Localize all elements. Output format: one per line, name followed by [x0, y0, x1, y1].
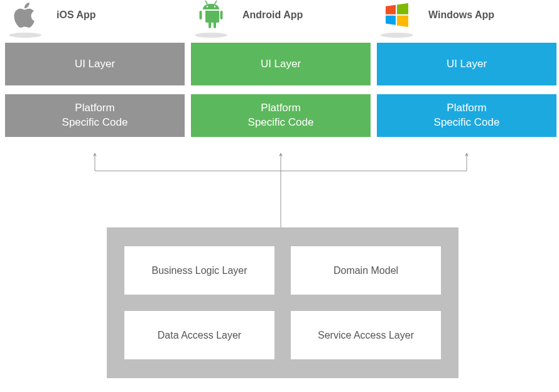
ui-layer-box-ios: UI Layer — [5, 43, 185, 85]
icon-shadow — [9, 33, 41, 38]
android-icon — [196, 0, 226, 30]
platform-column-ios: iOS App UI Layer PlatformSpecific Code — [5, 0, 185, 137]
domain-model-box: Domain Model — [291, 246, 441, 295]
platform-header-windows: Windows App — [377, 0, 556, 30]
platform-column-android: Android App UI Layer PlatformSpecific Co… — [191, 0, 371, 137]
ui-layer-box-android: UI Layer — [191, 43, 371, 85]
ui-layer-box-windows: UI Layer — [377, 43, 556, 85]
platform-label-android: Android App — [242, 9, 303, 21]
platform-header-ios: iOS App — [5, 0, 185, 30]
business-logic-box: Business Logic Layer — [124, 246, 274, 295]
data-access-box: Data Access Layer — [124, 311, 274, 359]
platform-label-windows: Windows App — [428, 9, 494, 21]
platform-label-ios: iOS App — [57, 9, 96, 21]
platform-code-box-android: PlatformSpecific Code — [191, 94, 371, 137]
platform-header-android: Android App — [191, 0, 371, 30]
platform-column-windows: Windows App UI Layer PlatformSpecific Co… — [377, 0, 556, 137]
svg-line-3 — [215, 1, 217, 4]
shared-code-container: Business Logic Layer Domain Model Data A… — [107, 227, 459, 378]
platform-code-box-ios: PlatformSpecific Code — [5, 94, 185, 137]
icon-shadow — [195, 33, 227, 38]
svg-point-0 — [207, 6, 208, 7]
svg-rect-4 — [200, 11, 202, 19]
svg-point-1 — [214, 6, 215, 7]
svg-rect-5 — [220, 11, 223, 19]
icon-shadow — [381, 33, 413, 38]
platform-code-box-windows: PlatformSpecific Code — [377, 94, 556, 137]
apple-icon — [10, 0, 40, 30]
service-access-box: Service Access Layer — [291, 311, 441, 359]
svg-line-2 — [205, 1, 207, 4]
windows-icon — [382, 0, 412, 30]
